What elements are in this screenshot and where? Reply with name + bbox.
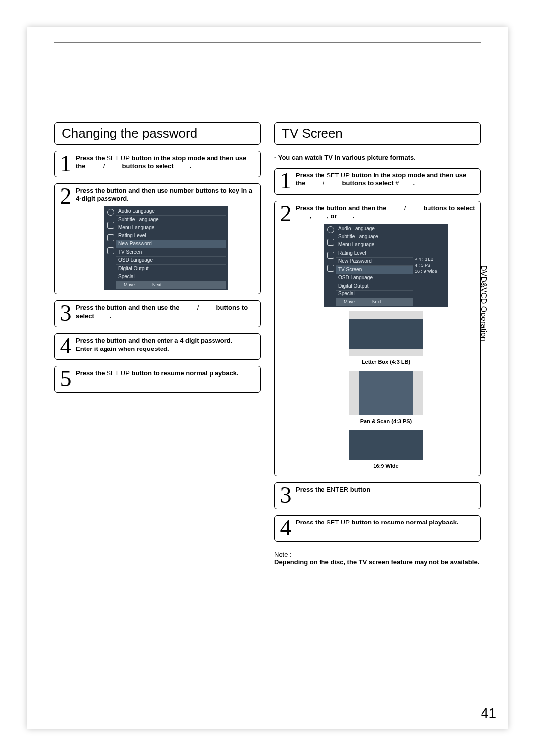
step-number: 4	[59, 337, 73, 355]
header-rule	[54, 42, 481, 43]
left-step-3: 3 Press the button and then use the / bu…	[54, 300, 261, 327]
t: Press the	[296, 172, 326, 179]
osd-icon-col	[106, 208, 116, 289]
section-tab: DVD&VCD Operation	[479, 265, 488, 341]
thumb-caption: 16:9 Wide	[373, 463, 398, 470]
t: SET UP	[326, 519, 350, 526]
left-step-5: 5 Press the SET UP button to resume norm…	[54, 366, 261, 393]
thumb-caption: Letter Box (4:3 LB)	[362, 359, 410, 366]
osd-row-highlight: TV Screen	[336, 266, 413, 274]
osd-row: Rating Level	[116, 232, 226, 240]
note-label: Note :	[274, 551, 292, 558]
t: Press the	[296, 486, 326, 493]
right-step-1: 1 Press the SET UP button in the stop mo…	[274, 168, 481, 195]
page-number: 41	[481, 705, 496, 721]
osd-row: Rating Level	[336, 249, 413, 258]
osd-row: Digital Output	[336, 282, 413, 291]
step-text: Press the ENTER button	[296, 486, 476, 494]
lock-icon	[327, 239, 334, 246]
t: .	[353, 212, 355, 220]
t: .	[189, 162, 191, 170]
tv-format-thumbs: Letter Box (4:3 LB) Pan & Scan (4:3 PS) …	[296, 311, 476, 471]
t: /	[195, 304, 201, 311]
step-number: 2	[279, 204, 293, 223]
step-text: Press the button and then use number but…	[76, 187, 256, 290]
t: button	[348, 486, 370, 493]
t: : Move	[121, 282, 135, 288]
tv-icon	[107, 234, 114, 241]
osd-side-options: 4 : 3 LB 4 : 3 PS 16 : 9 Wide	[413, 225, 446, 306]
t: ENTER	[326, 486, 348, 493]
step-text: Press the SET UP button to resume normal…	[76, 369, 256, 377]
t: #	[395, 179, 399, 187]
t: buttons to select	[422, 204, 475, 212]
step-number: 2	[59, 187, 73, 206]
right-step-4: 4 Press the SET UP button to resume norm…	[274, 515, 481, 542]
osd-footer: : Move : Next	[116, 281, 226, 289]
thumb-panscan	[349, 371, 423, 415]
osd-row: Subtitle Language	[336, 233, 413, 241]
osd-main: Audio Language Subtitle Language Menu La…	[116, 208, 226, 289]
osd-row: Digital Output	[116, 265, 226, 273]
osd-row: OSD Language	[336, 274, 413, 283]
step-number: 4	[279, 519, 293, 537]
thumb-wide	[349, 430, 423, 460]
osd-footer: : Move : Next	[336, 298, 413, 306]
speaker-icon	[107, 247, 114, 254]
t: button to resume normal playback.	[130, 369, 239, 377]
right-heading: TV Screen	[274, 122, 481, 145]
step-number: 3	[279, 486, 293, 505]
t: buttons to select	[340, 179, 395, 187]
step-number: 5	[59, 369, 73, 388]
osd-menu-right: Audio Language Subtitle Language Menu La…	[324, 224, 448, 308]
tv-icon	[327, 252, 334, 259]
step-number: 1	[279, 172, 293, 190]
t: Press the	[296, 519, 326, 526]
step-text: Press the button and then use the / butt…	[76, 304, 256, 320]
t: /	[101, 162, 107, 170]
right-intro: - You can watch TV in various picture fo…	[274, 154, 481, 161]
t: Press the button and then the	[296, 204, 388, 212]
step-text: Press the button and then the / buttons …	[296, 204, 476, 472]
osd-row: Special	[116, 273, 226, 282]
left-column: Changing the password 1 Press the SET UP…	[54, 122, 261, 566]
footer-rule	[268, 697, 268, 726]
osd-menu-left: Audio Language Subtitle Language Menu La…	[104, 206, 228, 291]
password-dashes: - - - -	[230, 233, 251, 238]
t: Press the	[76, 369, 107, 377]
t: : Next	[370, 299, 381, 305]
t: .	[109, 312, 111, 320]
osd-row-highlight: New Password	[116, 240, 226, 249]
thumb-caption: Pan & Scan (4:3 PS)	[360, 418, 412, 425]
note: Note : Depending on the disc, the TV scr…	[274, 551, 481, 566]
t: ,	[310, 212, 313, 220]
osd-row: TV Screen	[116, 248, 226, 257]
t: /	[402, 204, 408, 212]
osd-option: 4 : 3 PS	[415, 262, 446, 268]
speaker-icon	[327, 265, 334, 272]
osd-row: Menu Language	[116, 224, 226, 233]
right-column: TV Screen - You can watch TV in various …	[274, 122, 481, 566]
osd-option: 16 : 9 Wide	[415, 268, 446, 274]
osd-row: Special	[336, 291, 413, 299]
t: Press the	[76, 154, 107, 162]
osd-option-selected: 4 : 3 LB	[415, 256, 446, 262]
right-step-3: 3 Press the ENTER button	[274, 482, 481, 509]
osd-row: Menu Language	[336, 241, 413, 250]
t: /	[321, 179, 326, 187]
step-text: Press the SET UP button to resume normal…	[296, 519, 476, 526]
thumb-letterbox	[349, 311, 423, 356]
step-text: Press the SET UP button in the stop mode…	[296, 172, 476, 188]
t: Press the button and then use number but…	[76, 187, 252, 202]
osd-row: Audio Language	[116, 208, 226, 216]
step-number: 1	[59, 154, 73, 173]
osd-row: Audio Language	[336, 225, 413, 233]
t: : Move	[341, 299, 355, 305]
left-step-4: 4 Press the button and then enter a 4 di…	[54, 333, 261, 360]
disc-icon	[107, 209, 114, 216]
t: button to resume normal playback.	[350, 519, 459, 526]
t: SET UP	[107, 369, 130, 377]
step-text: Press the button and then enter a 4 digi…	[76, 337, 256, 353]
osd-main: Audio Language Subtitle Language Menu La…	[336, 225, 413, 306]
t: , or	[327, 212, 339, 220]
